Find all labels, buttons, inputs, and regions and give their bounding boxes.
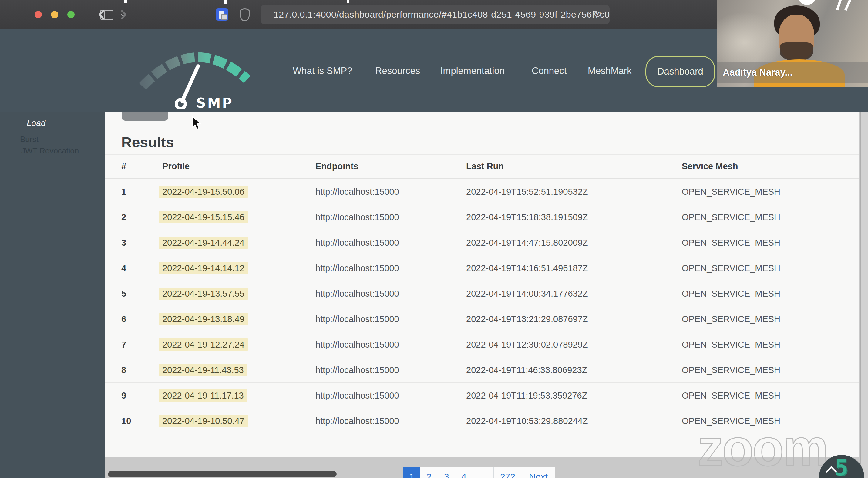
table-row[interactable]: 4 2022-04-19-14.14.12 http://localhost:1… (105, 255, 859, 281)
page-button-4[interactable]: 4 (455, 467, 473, 478)
endpoint-cell: http://localhost:15000 (315, 340, 399, 350)
table-row[interactable]: 1 2022-04-19-15.50.06 http://localhost:1… (105, 179, 859, 204)
table-row[interactable]: 2 2022-04-19-15.15.46 http://localhost:1… (105, 204, 859, 230)
nav-item-implementation[interactable]: Implementation (440, 65, 505, 76)
vertical-scrollbar[interactable] (860, 111, 868, 478)
video-overlay-fragment (223, 0, 226, 4)
forward-arrow-icon[interactable] (117, 8, 129, 21)
service-mesh-cell: OPEN_SERVICE_MESH (682, 238, 780, 248)
profile-cell[interactable]: 2022-04-19-14.14.12 (159, 262, 248, 274)
page-button-1[interactable]: 1 (403, 467, 420, 478)
table-header: #ProfileEndpointsLast RunService Mesh (105, 154, 859, 179)
row-number: 3 (121, 238, 126, 248)
speaker-beard (780, 42, 813, 61)
row-number: 4 (121, 263, 126, 273)
page-button-…[interactable]: … (473, 467, 494, 478)
service-mesh-cell: OPEN_SERVICE_MESH (682, 365, 780, 375)
video-overlay-fragment (836, 0, 842, 10)
row-number: 7 (121, 340, 126, 350)
table-row[interactable]: 9 2022-04-19-11.17.13 http://localhost:1… (105, 383, 859, 408)
mouse-cursor (191, 116, 203, 130)
service-mesh-cell: OPEN_SERVICE_MESH (682, 314, 780, 324)
url-text[interactable]: 127.0.0.1:4000/dashboard/performance/#41… (274, 9, 610, 20)
row-number: 2 (121, 212, 126, 222)
last-run-cell: 2022-04-19T12:30:02.078929Z (466, 340, 588, 350)
column-header: Service Mesh (682, 161, 738, 171)
last-run-cell: 2022-04-19T14:00:34.177632Z (466, 289, 588, 299)
endpoint-cell: http://localhost:15000 (315, 365, 399, 375)
service-mesh-cell: OPEN_SERVICE_MESH (682, 187, 780, 197)
row-number: 6 (121, 314, 126, 324)
profile-cell[interactable]: 2022-04-19-10.50.47 (159, 415, 248, 427)
page-button-3[interactable]: 3 (438, 467, 455, 478)
row-number: 5 (121, 289, 126, 299)
profile-cell[interactable]: 2022-04-19-15.50.06 (159, 186, 248, 198)
column-header: # (121, 161, 126, 171)
nav-item-what-is-smp-[interactable]: What is SMP? (293, 65, 352, 76)
video-overlay-fragment (844, 0, 852, 11)
column-header: Profile (162, 161, 190, 171)
row-number: 1 (121, 187, 126, 197)
table-row[interactable]: 8 2022-04-19-11.43.53 http://localhost:1… (105, 357, 859, 383)
scrolled-tab (122, 111, 168, 121)
profile-cell[interactable]: 2022-04-19-15.15.46 (159, 211, 248, 223)
minimize-window-button[interactable] (51, 11, 58, 18)
sidebar-item-burst[interactable]: Burst (20, 135, 38, 144)
service-mesh-cell: OPEN_SERVICE_MESH (682, 340, 780, 350)
profile-cell[interactable]: 2022-04-19-13.57.55 (159, 288, 248, 300)
table-row[interactable]: 6 2022-04-19-13.18.49 http://localhost:1… (105, 306, 859, 332)
webcam-video[interactable]: Aaditya Naray... (717, 0, 868, 87)
profile-cell[interactable]: 2022-04-19-14.44.24 (159, 236, 248, 249)
endpoint-cell: http://localhost:15000 (315, 187, 399, 197)
table-row[interactable]: 7 2022-04-19-12.27.24 http://localhost:1… (105, 332, 859, 357)
profile-cell[interactable]: 2022-04-19-13.18.49 (159, 313, 248, 325)
profile-cell[interactable]: 2022-04-19-11.43.53 (159, 364, 247, 376)
page-button-272[interactable]: 272 (494, 467, 522, 478)
video-overlay-fragment (124, 0, 127, 3)
back-arrow-icon[interactable] (96, 8, 108, 21)
table-body: 1 2022-04-19-15.50.06 http://localhost:1… (105, 179, 859, 434)
endpoint-cell: http://localhost:15000 (315, 289, 399, 299)
column-header: Last Run (466, 161, 504, 171)
video-overlay-fragment (347, 0, 349, 3)
endpoint-cell: http://localhost:15000 (315, 416, 399, 426)
layer5-logo-icon: 5 (835, 454, 848, 478)
nav-item-dashboard[interactable]: Dashboard (645, 56, 715, 87)
row-number: 8 (121, 365, 126, 375)
video-overlay-fragment (799, 0, 815, 5)
page-title: Results (121, 134, 174, 151)
endpoint-cell: http://localhost:15000 (315, 314, 399, 324)
sidebar-item-load[interactable]: Load (27, 118, 45, 128)
column-header: Endpoints (315, 161, 359, 171)
test-types-sidebar: LoadBurstJWT Revocation (0, 111, 105, 478)
service-mesh-cell: OPEN_SERVICE_MESH (682, 212, 780, 222)
profile-cell[interactable]: 2022-04-19-11.17.13 (159, 389, 247, 402)
endpoint-cell: http://localhost:15000 (315, 212, 399, 222)
horizontal-scrollbar[interactable] (108, 471, 337, 477)
last-run-cell: 2022-04-19T11:46:33.806923Z (466, 365, 587, 375)
endpoint-cell: http://localhost:15000 (315, 263, 399, 273)
endpoint-cell: http://localhost:15000 (315, 391, 399, 401)
last-run-cell: 2022-04-19T14:16:51.496187Z (466, 263, 588, 273)
participant-name-bar: Aaditya Naray... (717, 62, 868, 83)
nav-item-resources[interactable]: Resources (375, 65, 420, 76)
page-button-2[interactable]: 2 (420, 467, 438, 478)
nav-item-connect[interactable]: Connect (532, 65, 566, 76)
row-number: 10 (121, 416, 131, 426)
close-window-button[interactable] (35, 11, 42, 18)
sidebar-item-jwt-revocation[interactable]: JWT Revocation (21, 146, 79, 156)
fullscreen-window-button[interactable] (67, 11, 74, 18)
table-row[interactable]: 3 2022-04-19-14.44.24 http://localhost:1… (105, 230, 859, 255)
last-run-cell: 2022-04-19T15:52:51.190532Z (466, 187, 588, 197)
password-extension-icon[interactable] (216, 8, 228, 21)
next-page-button[interactable]: Next (522, 467, 555, 478)
nav-item-meshmark[interactable]: MeshMark (588, 65, 632, 76)
address-bar[interactable]: 127.0.0.1:4000/dashboard/performance/#41… (261, 5, 610, 24)
row-number: 9 (121, 391, 126, 401)
shield-extension-icon[interactable] (240, 8, 250, 21)
profile-cell[interactable]: 2022-04-19-12.27.24 (159, 339, 248, 351)
last-run-cell: 2022-04-19T14:47:15.802009Z (466, 238, 588, 248)
table-row[interactable]: 5 2022-04-19-13.57.55 http://localhost:1… (105, 281, 859, 306)
last-run-cell: 2022-04-19T13:21:29.087697Z (466, 314, 588, 324)
reload-icon[interactable]: ↻ (593, 8, 602, 20)
